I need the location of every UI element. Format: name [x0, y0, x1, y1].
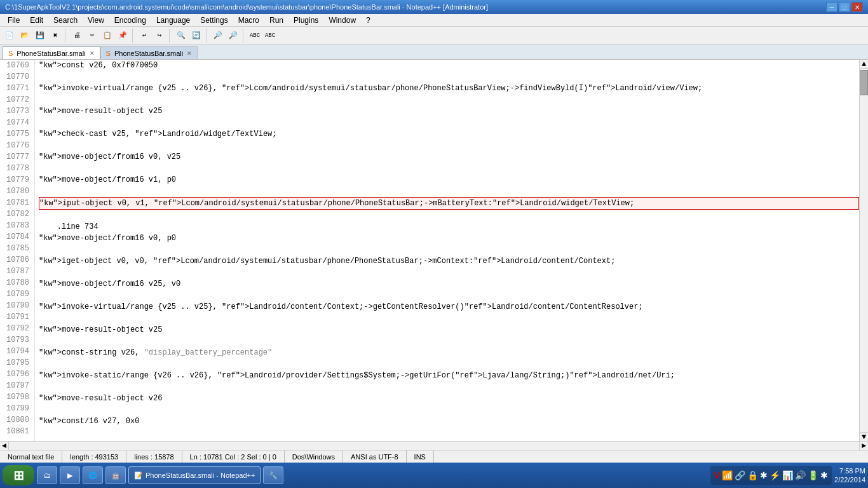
menu-settings[interactable]: Settings	[195, 15, 233, 26]
window-controls: ─ □ ✕	[826, 2, 863, 12]
line-number: 10782	[3, 208, 29, 220]
line-number: 10780	[3, 186, 29, 197]
tb-undo[interactable]: ↩	[137, 29, 151, 43]
tray-security-icon: 🔒	[747, 470, 758, 480]
tray-sound-icon: 🔊	[795, 470, 806, 480]
table-row	[39, 186, 859, 197]
menu-window[interactable]: Window	[323, 15, 361, 26]
scroll-left-btn[interactable]: ◄	[0, 442, 9, 451]
line-number: 10778	[3, 163, 29, 174]
line-number: 10794	[3, 346, 29, 357]
table-row: "kw">iget-object v0, v0, "ref">Lcom/andr…	[39, 255, 859, 267]
table-row: "kw">check-cast v25, "ref">Landroid/widg…	[39, 128, 859, 140]
menu-file[interactable]: File	[3, 15, 25, 26]
line-number: 10786	[3, 254, 29, 266]
table-row: "kw">invoke-virtual/range {v25 .. v25}, …	[39, 301, 859, 313]
scrollbar-track[interactable]	[860, 69, 868, 432]
scroll-up-btn[interactable]: ▲	[860, 60, 868, 69]
line-number: 10774	[3, 117, 29, 128]
tb-copy[interactable]: 📋	[100, 29, 114, 43]
taskbar-media[interactable]: ▶	[60, 466, 80, 484]
line-number: 10793	[3, 334, 29, 346]
tray-more-icon: ✱	[820, 470, 828, 480]
taskbar-explorer[interactable]: 🗂	[37, 466, 57, 484]
line-number: 10770	[3, 71, 29, 83]
tb-spell[interactable]: ABC	[263, 29, 277, 43]
horizontal-scrollbar[interactable]: ◄ ►	[0, 441, 868, 450]
table-row: "kw">invoke-virtual/range {v25 .. v26}, …	[39, 83, 859, 94]
scroll-down-btn[interactable]: ▼	[860, 432, 868, 441]
table-row: "kw">const v26, 0x7f070050	[39, 60, 859, 71]
menu-encoding[interactable]: Encoding	[109, 15, 151, 26]
tab-close-1[interactable]: ✕	[90, 50, 95, 57]
table-row	[39, 210, 859, 221]
status-encoding: ANSI as UTF-8	[343, 451, 407, 463]
table-row: "kw">move-result-object v26	[39, 393, 859, 404]
menu-run[interactable]: Run	[264, 15, 288, 26]
line-number: 10792	[3, 323, 29, 334]
tab-close-2[interactable]: ✕	[187, 50, 192, 57]
tb-zoom-out[interactable]: 🔎	[226, 29, 240, 43]
menu-language[interactable]: Language	[151, 15, 195, 26]
tray-bars-icon: 📊	[782, 470, 793, 480]
tab-1[interactable]: S PhoneStatusBar.smali ✕	[3, 46, 100, 59]
tray-network-icon: 🔗	[735, 470, 745, 480]
table-row: "kw">move-object/from16 v0, p0	[39, 233, 859, 244]
tb-zoom-in[interactable]: 🔎	[211, 29, 225, 43]
tb-syntax[interactable]: ABC	[248, 29, 262, 43]
tb-redo[interactable]: ↪	[153, 29, 166, 43]
line-number: 10788	[3, 277, 29, 288]
minimize-button[interactable]: ─	[826, 2, 837, 12]
close-button[interactable]: ✕	[851, 2, 863, 12]
table-row	[39, 117, 859, 128]
menu-help[interactable]: ?	[361, 15, 376, 26]
tb-replace[interactable]: 🔄	[189, 29, 203, 43]
vertical-scrollbar[interactable]: ▲ ▼	[859, 60, 868, 441]
tab-2[interactable]: S PhoneStatusBar.smali ✕	[100, 46, 198, 59]
android-icon: 🤖	[111, 471, 120, 480]
table-row: "kw">move-result-object v25	[39, 324, 859, 336]
status-eol: Dos\Windows	[285, 451, 343, 463]
taskbar: ⊞ 🗂 ▶ 🌐 🤖 📝 PhoneStatusBar.smali - Notep…	[0, 463, 868, 488]
line-number: 10789	[3, 288, 29, 300]
tb-open[interactable]: 📂	[18, 29, 32, 43]
media-icon: ▶	[67, 471, 72, 480]
scrollbar-thumb[interactable]	[860, 70, 868, 95]
line-number: 10769	[3, 60, 29, 71]
tb-closeall[interactable]: ✖	[48, 29, 62, 43]
taskbar-browser[interactable]: 🌐	[83, 466, 103, 484]
line-number: 10796	[3, 369, 29, 380]
table-row	[39, 140, 859, 151]
tab-icon-1: S	[8, 50, 13, 57]
code-area[interactable]: "kw">const v26, 0x7f070050 "kw">invoke-v…	[35, 60, 859, 441]
tray-asterisk-icon: ✱	[760, 470, 768, 480]
line-numbers: 1076910770107711077210773107741077510776…	[0, 60, 35, 441]
taskbar-extra1[interactable]: 🔧	[263, 466, 283, 484]
browser-icon: 🌐	[88, 471, 97, 480]
taskbar-notepad[interactable]: 📝 PhoneStatusBar.smali - Notepad++	[128, 466, 261, 484]
menu-plugins[interactable]: Plugins	[288, 15, 323, 26]
tb-cut[interactable]: ✂	[85, 29, 99, 43]
explorer-icon: 🗂	[44, 471, 51, 479]
menu-edit[interactable]: Edit	[25, 15, 48, 26]
scroll-right-btn[interactable]: ►	[859, 442, 868, 451]
menu-search[interactable]: Search	[48, 15, 83, 26]
menu-view[interactable]: View	[83, 15, 109, 26]
maximize-button[interactable]: □	[839, 2, 850, 12]
start-button[interactable]: ⊞	[3, 465, 34, 485]
extra1-icon: 🔧	[269, 471, 278, 480]
tray-wifi-icon: 📶	[722, 470, 733, 480]
line-number: 10791	[3, 311, 29, 323]
tb-paste[interactable]: 📌	[116, 29, 130, 43]
toolbar-sep4	[206, 29, 208, 43]
tb-find[interactable]: 🔍	[174, 29, 188, 43]
tb-new[interactable]: 📄	[3, 29, 17, 43]
table-row	[39, 290, 859, 301]
tb-save[interactable]: 💾	[33, 29, 47, 43]
tab-icon-2: S	[106, 50, 111, 57]
line-number: 10800	[3, 414, 29, 426]
tb-print[interactable]: 🖨	[70, 29, 84, 43]
menu-macro[interactable]: Macro	[233, 15, 264, 26]
table-row: "kw">move-result-object v25	[39, 105, 859, 117]
taskbar-android[interactable]: 🤖	[105, 466, 126, 484]
